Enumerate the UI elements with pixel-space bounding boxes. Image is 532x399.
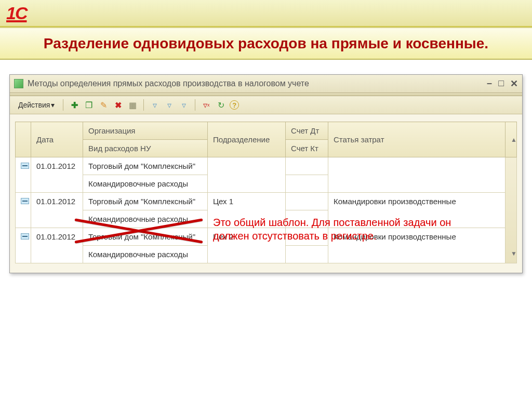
grid-settings-icon[interactable]: ▦ — [127, 99, 138, 111]
actions-label: Действия — [18, 101, 50, 109]
grid-container: Дата Организация Подразделение Счет Дт С… — [10, 114, 522, 273]
table-row[interactable]: 01.01.2012 Торговый дом "Комплексный" Це… — [16, 228, 517, 246]
toolbar: Действия ▾ ✚ ❐ ✎ ✖ ▦ ▿ ▿ ▿ ▿x ↻ ? — [10, 96, 522, 114]
row-record-icon — [21, 233, 29, 240]
cell-acc-dt[interactable] — [286, 193, 328, 210]
maximize-button[interactable]: □ — [498, 78, 504, 89]
col-acc-kt[interactable]: Счет Кт — [286, 140, 328, 157]
table-row[interactable]: 01.01.2012 Торговый дом "Комплексный" Це… — [16, 193, 517, 210]
cell-cost-item[interactable] — [328, 157, 506, 193]
logo-1c: 1C — [6, 3, 26, 23]
header-row-1: Дата Организация Подразделение Счет Дт С… — [16, 122, 517, 140]
slide-title-bar: Разделение одновидовых расходов на прямы… — [0, 27, 532, 60]
scroll-up-button[interactable]: ▲ — [506, 122, 517, 157]
cell-expense-type[interactable]: Командировочные расходы — [83, 175, 208, 193]
brand-bar: 1C — [0, 0, 532, 27]
app-window: Методы определения прямых расходов произ… — [9, 74, 523, 273]
cell-acc-dt[interactable] — [286, 228, 328, 246]
cell-org[interactable]: Торговый дом "Комплексный" — [83, 193, 208, 210]
filter-set-icon[interactable]: ▿ — [149, 99, 161, 111]
cell-department[interactable]: Цех 1 — [208, 193, 286, 228]
cell-date[interactable]: 01.01.2012 — [31, 228, 83, 263]
cell-date[interactable]: 01.01.2012 — [31, 193, 83, 228]
cell-expense-type[interactable]: Командировочные расходы — [83, 246, 208, 263]
col-cost-item[interactable]: Статья затрат — [328, 122, 506, 157]
cell-cost-item[interactable]: Командировки производственные — [328, 228, 506, 263]
copy-icon[interactable]: ❐ — [83, 99, 95, 111]
cell-acc-kt[interactable] — [286, 175, 328, 193]
filter-clear-icon[interactable]: ▿x — [201, 99, 212, 111]
window-controls: – □ ✕ — [487, 78, 518, 89]
filter-by-value-icon[interactable]: ▿ — [164, 99, 175, 111]
scroll-down-button[interactable]: ▼ — [506, 157, 517, 263]
toolbar-separator — [143, 99, 144, 111]
cell-department[interactable]: Цех 2 — [208, 228, 286, 263]
row-record-icon — [21, 198, 29, 204]
window-title: Методы определения прямых расходов произ… — [28, 79, 309, 88]
cell-org[interactable]: Торговый дом "Комплексный" — [83, 228, 208, 246]
add-icon[interactable]: ✚ — [69, 99, 80, 111]
col-acc-dt[interactable]: Счет Дт — [286, 122, 328, 140]
chevron-down-icon: ▾ — [51, 101, 55, 109]
cell-department[interactable] — [208, 157, 286, 193]
col-date[interactable]: Дата — [31, 122, 83, 157]
edit-icon[interactable]: ✎ — [98, 99, 109, 111]
col-indicator[interactable] — [16, 122, 31, 157]
table-row[interactable]: 01.01.2012 Торговый дом "Комплексный" ▼ — [16, 157, 517, 175]
minimize-button[interactable]: – — [487, 78, 492, 89]
slide-title: Разделение одновидовых расходов на прямы… — [21, 34, 511, 52]
cell-org[interactable]: Торговый дом "Комплексный" — [83, 157, 208, 175]
delete-icon[interactable]: ✖ — [112, 99, 124, 111]
actions-menu-button[interactable]: Действия ▾ — [15, 100, 58, 110]
toolbar-separator — [63, 99, 63, 111]
register-icon — [14, 79, 23, 88]
col-department[interactable]: Подразделение — [208, 122, 286, 157]
toolbar-separator — [195, 99, 195, 111]
cell-acc-dt[interactable] — [286, 157, 328, 175]
cell-date[interactable]: 01.01.2012 — [31, 157, 83, 193]
window-titlebar: Методы определения прямых расходов произ… — [10, 75, 522, 93]
data-grid[interactable]: Дата Организация Подразделение Счет Дт С… — [15, 122, 517, 263]
cell-acc-kt[interactable] — [286, 246, 328, 263]
cell-expense-type[interactable]: Командировочные расходы — [83, 210, 208, 228]
refresh-icon[interactable]: ↻ — [215, 99, 227, 111]
filter-config-icon[interactable]: ▿ — [178, 99, 190, 111]
col-org[interactable]: Организация — [83, 122, 208, 140]
close-button[interactable]: ✕ — [510, 78, 518, 89]
help-icon[interactable]: ? — [230, 100, 239, 110]
row-record-icon — [21, 163, 29, 169]
col-expense-type[interactable]: Вид расходов НУ — [83, 140, 208, 157]
cell-acc-kt[interactable] — [286, 210, 328, 228]
cell-cost-item[interactable]: Командировки производственные — [328, 193, 506, 228]
